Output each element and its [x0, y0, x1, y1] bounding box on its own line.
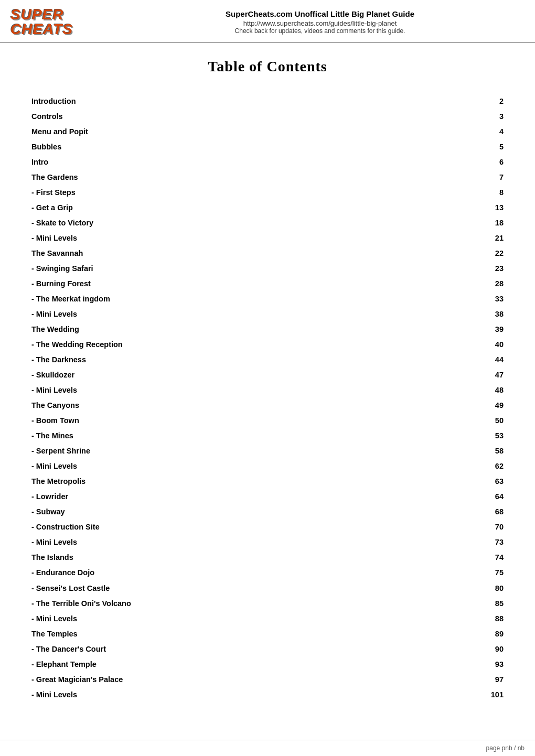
toc-entry-page: 39: [433, 322, 504, 337]
toc-entry-label: The Canyons: [31, 398, 433, 413]
table-row: - The Dancer's Court90: [31, 642, 504, 657]
toc-entry-label: The Savannah: [31, 246, 433, 261]
toc-entry-page: 7: [433, 170, 504, 185]
toc-entry-page: 50: [433, 413, 504, 428]
toc-entry-label: - Subway: [31, 504, 433, 520]
table-row: Bubbles5: [31, 139, 504, 155]
toc-entry-label: - The Darkness: [31, 352, 433, 368]
toc-entry-page: 23: [433, 261, 504, 276]
toc-entry-page: 33: [433, 291, 504, 307]
table-row: - Skulldozer47: [31, 368, 504, 383]
toc-entry-page: 4: [433, 124, 504, 139]
toc-entry-page: 40: [433, 337, 504, 352]
table-row: - Mini Levels88: [31, 611, 504, 627]
toc-entry-page: 70: [433, 520, 504, 535]
toc-entry-label: - The Wedding Reception: [31, 337, 433, 352]
table-row: Intro6: [31, 155, 504, 170]
toc-entry-page: 89: [433, 627, 504, 642]
toc-entry-label: - First Steps: [31, 185, 433, 200]
toc-entry-page: 18: [433, 215, 504, 231]
table-row: - Lowrider64: [31, 489, 504, 504]
toc-entry-page: 44: [433, 352, 504, 368]
toc-entry-label: - Mini Levels: [31, 535, 433, 550]
toc-entry-label: - Elephant Temple: [31, 657, 433, 672]
table-row: The Gardens7: [31, 170, 504, 185]
table-row: - The Mines53: [31, 428, 504, 444]
table-row: - Construction Site70: [31, 520, 504, 535]
toc-entry-label: - Mini Levels: [31, 307, 433, 322]
table-row: - First Steps8: [31, 185, 504, 200]
table-row: - Elephant Temple93: [31, 657, 504, 672]
toc-entry-label: Menu and Popit: [31, 124, 433, 139]
header-info: SuperCheats.com Unoffical Little Big Pla…: [115, 9, 525, 35]
table-row: - Mini Levels48: [31, 383, 504, 398]
toc-entry-page: 64: [433, 489, 504, 504]
toc-entry-label: Introduction: [31, 94, 433, 109]
toc-entry-page: 21: [433, 231, 504, 246]
toc-entry-label: - Boom Town: [31, 413, 433, 428]
toc-entry-label: The Metropolis: [31, 474, 433, 489]
toc-entry-label: - Mini Levels: [31, 231, 433, 246]
toc-entry-label: - Mini Levels: [31, 611, 433, 627]
toc-entry-label: The Wedding: [31, 322, 433, 337]
table-row: - Burning Forest28: [31, 276, 504, 291]
logo-text: SUPER CHEATS: [10, 7, 115, 37]
toc-entry-page: 74: [433, 550, 504, 565]
toc-entry-label: The Gardens: [31, 170, 433, 185]
page-header: SUPER CHEATS SuperCheats.com Unoffical L…: [0, 0, 535, 42]
toc-entry-page: 53: [433, 428, 504, 444]
toc-entry-label: - Great Magician's Palace: [31, 672, 433, 687]
table-row: - The Meerkat ingdom33: [31, 291, 504, 307]
toc-entry-page: 101: [433, 687, 504, 703]
table-row: Controls3: [31, 109, 504, 124]
table-row: - The Darkness44: [31, 352, 504, 368]
toc-entry-label: - Construction Site: [31, 520, 433, 535]
table-row: Introduction2: [31, 94, 504, 109]
toc-entry-page: 88: [433, 611, 504, 627]
toc-entry-label: Intro: [31, 155, 433, 170]
table-row: - Swinging Safari23: [31, 261, 504, 276]
toc-entry-label: - Mini Levels: [31, 459, 433, 474]
toc-title: Table of Contents: [31, 58, 504, 75]
toc-entry-page: 6: [433, 155, 504, 170]
table-row: - Great Magician's Palace97: [31, 672, 504, 687]
toc-entry-label: - Swinging Safari: [31, 261, 433, 276]
table-row: - Mini Levels73: [31, 535, 504, 550]
table-row: - Skate to Victory18: [31, 215, 504, 231]
table-row: The Canyons49: [31, 398, 504, 413]
guide-title: SuperCheats.com Unoffical Little Big Pla…: [115, 9, 525, 18]
table-row: - Boom Town50: [31, 413, 504, 428]
toc-entry-page: 28: [433, 276, 504, 291]
page-footer: page pnb / nb: [0, 740, 535, 756]
table-row: - Subway68: [31, 504, 504, 520]
toc-entry-page: 8: [433, 185, 504, 200]
toc-entry-page: 75: [433, 565, 504, 580]
toc-entry-page: 68: [433, 504, 504, 520]
toc-entry-label: - Mini Levels: [31, 383, 433, 398]
table-row: - Get a Grip13: [31, 200, 504, 215]
toc-entry-page: 58: [433, 444, 504, 459]
table-row: The Temples89: [31, 627, 504, 642]
table-row: The Wedding39: [31, 322, 504, 337]
table-row: The Islands74: [31, 550, 504, 565]
toc-entry-label: - Skate to Victory: [31, 215, 433, 231]
page-number: page pnb / nb: [486, 744, 525, 752]
table-row: - The Terrible Oni's Volcano85: [31, 596, 504, 611]
toc-entry-page: 49: [433, 398, 504, 413]
table-row: - Mini Levels21: [31, 231, 504, 246]
toc-entry-label: Controls: [31, 109, 433, 124]
toc-entry-page: 80: [433, 581, 504, 596]
toc-entry-label: - Get a Grip: [31, 200, 433, 215]
toc-entry-page: 5: [433, 139, 504, 155]
toc-entry-page: 22: [433, 246, 504, 261]
table-row: - Mini Levels62: [31, 459, 504, 474]
guide-url: http://www.supercheats.com/guides/little…: [115, 19, 525, 27]
toc-entry-label: - Burning Forest: [31, 276, 433, 291]
toc-entry-label: - The Dancer's Court: [31, 642, 433, 657]
table-row: The Savannah22: [31, 246, 504, 261]
toc-entry-page: 48: [433, 383, 504, 398]
toc-entry-label: - Skulldozer: [31, 368, 433, 383]
table-row: - Serpent Shrine58: [31, 444, 504, 459]
logo: SUPER CHEATS: [10, 7, 115, 37]
toc-entry-label: The Temples: [31, 627, 433, 642]
